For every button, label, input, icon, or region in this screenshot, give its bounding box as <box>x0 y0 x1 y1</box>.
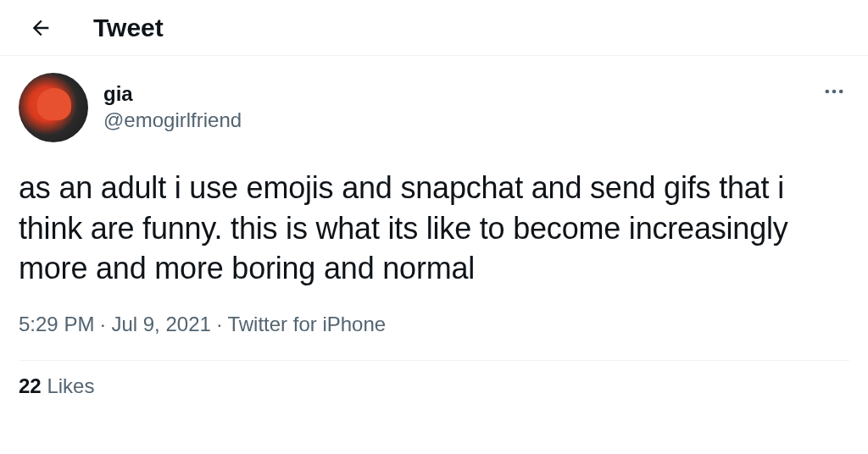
more-options-button[interactable] <box>819 76 849 107</box>
header-bar: Tweet <box>0 0 868 56</box>
meta-separator: · <box>211 313 228 335</box>
more-icon <box>822 80 846 103</box>
avatar[interactable] <box>19 73 88 142</box>
tweet-stats[interactable]: 22 Likes <box>19 361 849 412</box>
page-title: Tweet <box>93 14 164 42</box>
likes-count: 22 <box>19 374 42 397</box>
user-info: gia @emogirlfriend <box>19 73 242 142</box>
tweet-header: gia @emogirlfriend <box>19 73 849 142</box>
svg-point-1 <box>832 90 837 94</box>
user-text-block: gia @emogirlfriend <box>103 81 242 134</box>
svg-point-0 <box>826 90 830 94</box>
tweet-meta: 5:29 PM · Jul 9, 2021 · Twitter for iPho… <box>19 313 849 336</box>
tweet-date[interactable]: Jul 9, 2021 <box>111 313 210 335</box>
meta-separator: · <box>94 313 111 335</box>
tweet-time[interactable]: 5:29 PM <box>19 313 94 335</box>
svg-point-2 <box>839 90 843 94</box>
tweet-text: as an adult i use emojis and snapchat an… <box>19 168 849 289</box>
back-button[interactable] <box>25 13 56 43</box>
likes-label: Likes <box>47 374 94 397</box>
tweet-source[interactable]: Twitter for iPhone <box>227 313 386 335</box>
user-handle[interactable]: @emogirlfriend <box>103 107 242 134</box>
tweet-container: gia @emogirlfriend as an adult i use emo… <box>0 56 868 412</box>
back-arrow-icon <box>29 16 53 40</box>
display-name[interactable]: gia <box>103 81 242 107</box>
